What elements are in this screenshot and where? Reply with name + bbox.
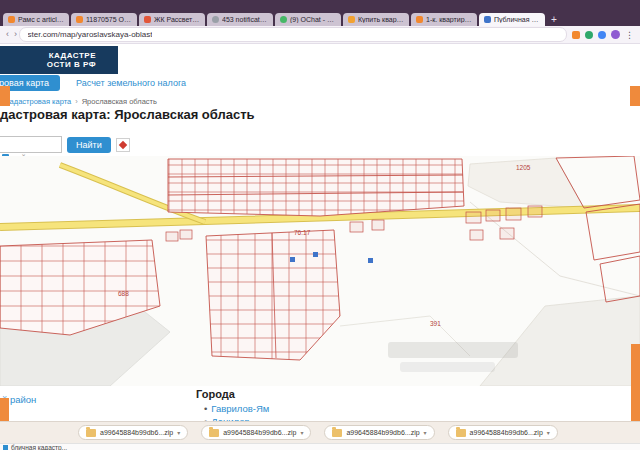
search-input[interactable] [0, 136, 62, 153]
chevron-down-icon[interactable]: ▾ [300, 429, 303, 436]
quarter-label: 688 [118, 290, 129, 297]
city-name: Гаврилов-Ям [211, 403, 269, 414]
browser-tab-bar: Рамс с articles 11870575 Объект ЖК Рассв… [0, 10, 640, 26]
window-icon [3, 445, 8, 450]
download-item[interactable]: a99645884b99db6...zip ▾ [448, 425, 558, 440]
tab-label: 11870575 Объект [86, 16, 132, 23]
download-filename: a99645884b99db6...zip [100, 429, 173, 436]
extension-icon[interactable] [585, 31, 593, 39]
browser-tab[interactable]: 453 notifications [207, 13, 273, 26]
quarter-label: 76:17 [294, 229, 311, 236]
legend-button[interactable] [116, 138, 130, 152]
download-item[interactable]: a99645884b99db6...zip ▾ [78, 425, 188, 440]
breadcrumb-root-link[interactable]: я кадастровая карта [0, 97, 71, 106]
breadcrumb: я кадастровая карта › Ярославская област… [0, 97, 157, 106]
tab-favicon [416, 16, 423, 23]
tab-favicon [348, 16, 355, 23]
tab-favicon [484, 16, 491, 23]
extension-icon[interactable] [598, 31, 606, 39]
list-bullet: • [204, 403, 207, 414]
browser-tab[interactable]: Рамс с articles [3, 13, 69, 26]
browser-tab[interactable]: (9) OChat - 9 непроч [275, 13, 341, 26]
tab-favicon [144, 16, 151, 23]
chevron-down-icon[interactable]: ▾ [424, 429, 427, 436]
tab-favicon [76, 16, 83, 23]
browser-menu-icon[interactable]: ⋮ [625, 30, 634, 40]
browser-tab[interactable]: 1-к. квартира, 38,0 м [411, 13, 477, 26]
ad-banner[interactable] [0, 86, 10, 106]
breadcrumb-separator: › [75, 97, 78, 106]
download-item[interactable]: a99645884b99db6...zip ▾ [324, 425, 434, 440]
file-icon [456, 429, 466, 437]
site-nav: ровая карта Расчет земельного налога [0, 75, 640, 91]
parcel-grid-north[interactable] [168, 159, 464, 216]
page-content: КАДАСТРЕ ОСТИ В РФ ровая карта Расчет зе… [0, 44, 640, 450]
download-filename: a99645884b99db6...zip [223, 429, 296, 436]
tab-favicon [8, 16, 15, 23]
page-title: дастровая карта: Ярославская область [0, 107, 255, 122]
profile-avatar[interactable] [611, 30, 620, 39]
chevron-down-icon[interactable]: ▾ [547, 429, 550, 436]
cadastral-map[interactable]: 1205 688 391 76:17 [0, 156, 640, 386]
tab-label: Публичная кадастр [494, 16, 540, 23]
browser-tab[interactable]: 11870575 Объект [71, 13, 137, 26]
download-filename: a99645884b99db6...zip [470, 429, 543, 436]
cities-heading: Города [196, 388, 235, 400]
download-shelf: a99645884b99db6...zip ▾ a99645884b99db6.… [0, 421, 640, 443]
new-tab-button[interactable]: + [547, 13, 561, 26]
forward-icon[interactable]: › [14, 30, 17, 39]
chevron-down-icon[interactable]: ▾ [177, 429, 180, 436]
file-icon [332, 429, 342, 437]
quarter-label: 1205 [516, 164, 531, 171]
window-title[interactable]: бличная кадастр... [11, 445, 67, 450]
browser-tab-active[interactable]: Публичная кадастр [479, 13, 545, 26]
url-field[interactable]: ster.com/map/yaroslavskaya-oblast [19, 27, 567, 42]
tab-label: 1-к. квартира, 38,0 м [426, 16, 472, 23]
url-text: ster.com/map/yaroslavskaya-oblast [28, 30, 153, 39]
legend-icon [118, 140, 126, 148]
find-button[interactable]: Найти [67, 137, 111, 153]
tab-favicon [212, 16, 219, 23]
tab-label: 453 notifications [222, 16, 268, 23]
site-logo[interactable]: КАДАСТРЕ ОСТИ В РФ [0, 46, 118, 74]
breadcrumb-current: Ярославская область [82, 97, 157, 106]
ad-banner[interactable] [630, 86, 640, 106]
ad-banner[interactable] [0, 398, 9, 422]
quarter-label: 391 [430, 320, 441, 327]
window-theme-strip [0, 0, 640, 10]
file-icon [209, 429, 219, 437]
download-item[interactable]: a99645884b99db6...zip ▾ [201, 425, 311, 440]
city-link[interactable]: • Гаврилов-Ям [204, 403, 269, 414]
back-icon[interactable]: ‹ [6, 30, 9, 39]
nav-tax-calc-link[interactable]: Расчет земельного налога [76, 78, 186, 88]
logo-line-1: КАДАСТРЕ [49, 51, 96, 60]
tab-label: Купить квартиру в [358, 16, 404, 23]
search-panel: Найти [0, 136, 130, 153]
tab-favicon [280, 16, 287, 23]
file-icon [86, 429, 96, 437]
taskbar-strip: бличная кадастр... [0, 443, 640, 450]
tab-label: ЖК Рассвет литер 6 [154, 16, 200, 23]
map-watermark [400, 362, 495, 372]
address-bar: ‹ › ↻ ster.com/map/yaroslavskaya-oblast … [0, 26, 640, 44]
browser-tab[interactable]: Купить квартиру в [343, 13, 409, 26]
logo-line-2: ОСТИ В РФ [47, 60, 96, 69]
download-filename: a99645884b99db6...zip [346, 429, 419, 436]
tab-label: (9) OChat - 9 непроч [290, 16, 336, 23]
browser-tab[interactable]: ЖК Рассвет литер 6 [139, 13, 205, 26]
ad-banner[interactable] [631, 344, 640, 424]
extension-icon[interactable] [572, 31, 580, 39]
map-watermark [388, 342, 518, 358]
tab-label: Рамс с articles [18, 16, 64, 23]
